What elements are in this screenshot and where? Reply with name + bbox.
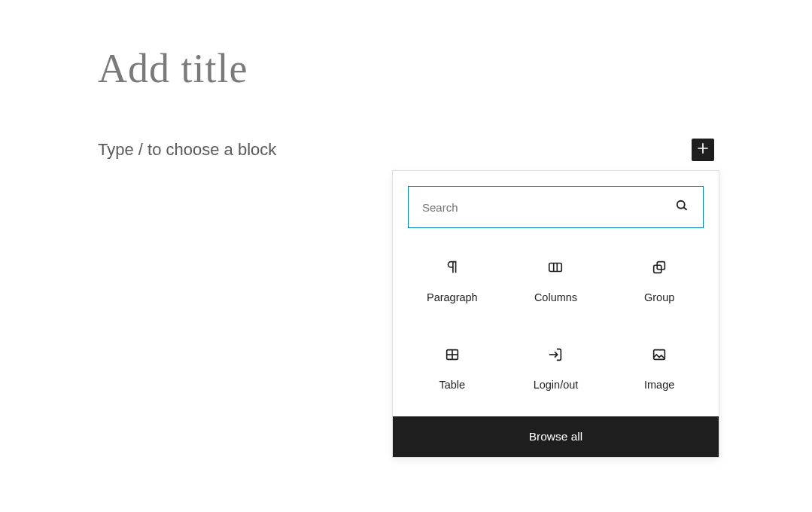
add-block-button[interactable] (692, 139, 714, 161)
columns-icon (546, 258, 564, 276)
block-item-image[interactable]: Image (607, 340, 711, 397)
svg-line-1 (684, 208, 687, 210)
search-input[interactable] (422, 201, 674, 214)
block-item-table[interactable]: Table (400, 340, 504, 397)
search-wrap (393, 171, 719, 237)
block-item-login[interactable]: Login/out (504, 340, 608, 397)
content-placeholder[interactable]: Type / to choose a block (98, 140, 276, 160)
block-label: Login/out (534, 379, 579, 391)
table-icon (443, 346, 461, 364)
search-icon (674, 198, 689, 216)
login-icon (546, 346, 564, 364)
plus-icon (695, 141, 710, 159)
group-icon (650, 258, 668, 276)
post-title-input[interactable] (98, 45, 714, 92)
block-label: Columns (534, 291, 577, 303)
content-row: Type / to choose a block (98, 139, 714, 161)
image-icon (650, 346, 668, 364)
block-item-columns[interactable]: Columns (504, 252, 608, 309)
block-label: Paragraph (427, 291, 478, 303)
blocks-grid: Paragraph Columns Group (393, 237, 719, 416)
browse-all-button[interactable]: Browse all (393, 416, 719, 457)
block-label: Group (644, 291, 674, 303)
svg-point-0 (677, 201, 685, 209)
block-item-group[interactable]: Group (607, 252, 711, 309)
block-inserter-popover: Paragraph Columns Group (392, 170, 719, 458)
search-field[interactable] (408, 186, 704, 228)
paragraph-icon (443, 258, 461, 276)
svg-rect-2 (549, 264, 562, 272)
block-item-paragraph[interactable]: Paragraph (400, 252, 504, 309)
block-label: Image (644, 379, 674, 391)
block-label: Table (439, 379, 465, 391)
editor-canvas: Type / to choose a block (0, 0, 812, 161)
